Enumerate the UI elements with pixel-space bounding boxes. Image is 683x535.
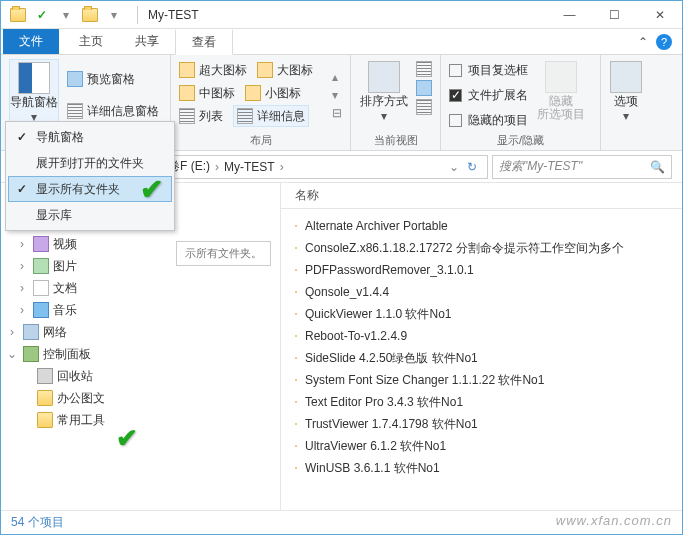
qat-dropdown-icon[interactable]: ▾ <box>55 4 77 26</box>
tab-view[interactable]: 查看 <box>175 29 233 55</box>
help-icon[interactable]: ? <box>656 34 672 50</box>
file-name: UltraViewer 6.1.2 软件No1 <box>305 438 446 455</box>
file-name: Reboot-To-v1.2.4.9 <box>305 329 407 343</box>
folder-icon <box>295 313 297 315</box>
tree-item[interactable]: 视频 <box>53 236 77 253</box>
list-item[interactable]: QuickViewer 1.1.0 软件No1 <box>281 303 682 325</box>
chevron-down-icon: ▾ <box>623 110 629 123</box>
window-title: My-TEST <box>144 8 547 22</box>
folder-icon <box>295 335 297 337</box>
large-icon <box>257 62 273 78</box>
tooltip: 示所有文件夹。 <box>176 241 271 266</box>
tree-item[interactable]: 音乐 <box>53 302 77 319</box>
options-button[interactable]: 选项 ▾ <box>609 59 643 134</box>
minimize-button[interactable]: — <box>547 1 592 29</box>
group-layout-label: 布局 <box>179 131 342 148</box>
tree-item[interactable]: 文档 <box>53 280 77 297</box>
list-item[interactable]: Alternate Archiver Portable <box>281 215 682 237</box>
group-showhide-label: 显示/隐藏 <box>449 131 592 148</box>
file-list-pane: 名称 Alternate Archiver PortableConsoleZ.x… <box>281 183 682 510</box>
file-name: SideSlide 4.2.50绿色版 软件No1 <box>305 350 478 367</box>
options-label: 选项 <box>614 95 638 108</box>
search-placeholder: 搜索"My-TEST" <box>499 158 582 175</box>
chk-hidden[interactable]: 隐藏的项目 <box>449 109 528 131</box>
xlarge-icon <box>179 62 195 78</box>
music-icon <box>33 302 49 318</box>
list-item[interactable]: Qonsole_v1.4.4 <box>281 281 682 303</box>
tree-item[interactable]: 网络 <box>43 324 67 341</box>
control-panel-icon <box>23 346 39 362</box>
quick-access-toolbar: ✓ ▾ ▾ <box>1 4 131 26</box>
view-xlarge[interactable]: 超大图标 <box>179 59 247 81</box>
list-item[interactable]: TrustViewer 1.7.4.1798 软件No1 <box>281 413 682 435</box>
sortby-button[interactable]: 排序方式 ▾ <box>359 59 408 131</box>
tab-file[interactable]: 文件 <box>3 29 59 54</box>
qat-folder-icon[interactable] <box>79 4 101 26</box>
annotation-check-icon: ✔ <box>140 173 163 206</box>
view-medium[interactable]: 中图标 <box>179 82 235 104</box>
view-list[interactable]: 列表 <box>179 105 223 127</box>
sizecolumns-icon[interactable] <box>416 99 432 115</box>
details-pane-button[interactable]: 详细信息窗格 <box>67 100 159 122</box>
hide-selected-icon <box>545 61 577 93</box>
dd-show-lib[interactable]: 显示库 <box>8 202 172 228</box>
nav-pane-icon <box>18 62 50 94</box>
list-item[interactable]: System Font Size Changer 1.1.1.22 软件No1 <box>281 369 682 391</box>
tree-item[interactable]: 控制面板 <box>43 346 91 363</box>
dd-nav-pane[interactable]: ✓导航窗格 <box>8 124 172 150</box>
file-name: QuickViewer 1.1.0 软件No1 <box>305 306 452 323</box>
folder-icon <box>37 412 53 428</box>
dd-show-all[interactable]: ✓显示所有文件夹✔ <box>8 176 172 202</box>
tree-item[interactable]: 图片 <box>53 258 77 275</box>
nav-tree[interactable]: ⌄本机照片 本机照片 ›视频 ›图片 ›文档 ›音乐 ›网络 ⌄控制面板 回收站… <box>1 183 281 510</box>
qat-overflow-icon[interactable]: ▾ <box>103 4 125 26</box>
chevron-right-icon[interactable]: › <box>212 160 222 174</box>
small-icon <box>245 85 261 101</box>
file-name: Alternate Archiver Portable <box>305 219 448 233</box>
view-small[interactable]: 小图标 <box>245 82 301 104</box>
view-details[interactable]: 详细信息 <box>233 105 309 127</box>
collapse-ribbon-icon[interactable]: ⌃ <box>638 35 648 49</box>
tree-item[interactable]: 办公图文 <box>57 390 105 407</box>
close-button[interactable]: ✕ <box>637 1 682 29</box>
tab-home[interactable]: 主页 <box>63 29 119 54</box>
list-item[interactable]: SideSlide 4.2.50绿色版 软件No1 <box>281 347 682 369</box>
addcolumn-icon[interactable] <box>416 80 432 96</box>
expand-icon[interactable]: ⊟ <box>332 106 342 120</box>
list-item[interactable]: Text Editor Pro 3.4.3 软件No1 <box>281 391 682 413</box>
chk-extensions[interactable]: ✓文件扩展名 <box>449 84 528 106</box>
tree-item[interactable]: 回收站 <box>57 368 93 385</box>
folder-icon <box>295 357 297 359</box>
list-item[interactable]: WinUSB 3.6.1.1 软件No1 <box>281 457 682 479</box>
preview-pane-button[interactable]: 预览窗格 <box>67 68 159 90</box>
file-list[interactable]: Alternate Archiver PortableConsoleZ.x86.… <box>281 209 682 510</box>
search-input[interactable]: 搜索"My-TEST" 🔍 <box>492 155 672 179</box>
folder-icon <box>295 269 297 271</box>
qat-check-icon[interactable]: ✓ <box>31 4 53 26</box>
file-name: System Font Size Changer 1.1.1.22 软件No1 <box>305 372 544 389</box>
scroll-up-icon[interactable]: ▴ <box>332 70 342 84</box>
details-pane-icon <box>67 103 83 119</box>
view-large[interactable]: 大图标 <box>257 59 313 81</box>
folder-icon <box>295 467 297 469</box>
column-header-name[interactable]: 名称 <box>281 183 682 209</box>
tree-item[interactable]: 常用工具 <box>57 412 105 429</box>
chk-itemcheck[interactable]: 项目复选框 <box>449 59 528 81</box>
refresh-button[interactable]: ↻ <box>461 160 483 174</box>
hide-selected-button[interactable]: 隐藏 所选项目 <box>536 59 586 131</box>
chevron-right-icon[interactable]: › <box>277 160 287 174</box>
list-item[interactable]: Reboot-To-v1.2.4.9 <box>281 325 682 347</box>
annotation-check-icon: ✔ <box>116 423 138 454</box>
crumb-dropdown-icon[interactable]: ⌄ <box>449 160 459 174</box>
sortby-label: 排序方式 <box>360 95 408 108</box>
tab-share[interactable]: 共享 <box>119 29 175 54</box>
file-name: Text Editor Pro 3.4.3 软件No1 <box>305 394 463 411</box>
maximize-button[interactable]: ☐ <box>592 1 637 29</box>
ribbon-tabs: 文件 主页 共享 查看 ⌃ ? <box>1 29 682 55</box>
list-item[interactable]: UltraViewer 6.1.2 软件No1 <box>281 435 682 457</box>
list-icon <box>179 108 195 124</box>
scroll-down-icon[interactable]: ▾ <box>332 88 342 102</box>
list-item[interactable]: PDFPasswordRemover_3.1.0.1 <box>281 259 682 281</box>
groupby-icon[interactable] <box>416 61 432 77</box>
list-item[interactable]: ConsoleZ.x86.1.18.2.17272 分割命令提示符工作空间为多个 <box>281 237 682 259</box>
